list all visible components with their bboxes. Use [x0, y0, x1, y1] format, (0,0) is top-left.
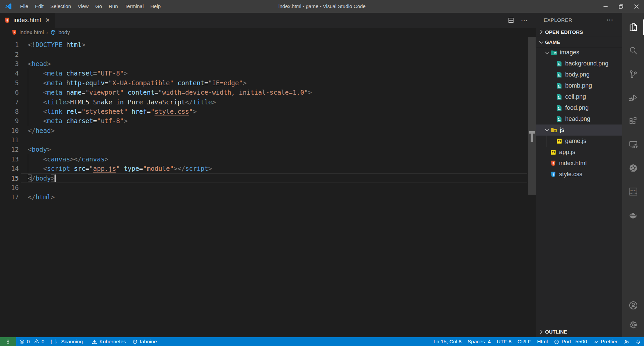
status-item-ln-15-col-8[interactable]: Ln 15, Col 8	[430, 337, 465, 346]
code-line-content: <meta name="viewport" content="width=dev…	[21, 88, 536, 97]
menu-bar: FileEditSelectionViewGoRunTerminalHelp	[17, 0, 164, 13]
activity-bar-bottom	[622, 296, 644, 337]
status-item-crlf[interactable]: CRLF	[515, 337, 534, 346]
chevron-down-icon	[544, 50, 550, 56]
tree-item-images[interactable]: images	[536, 47, 622, 58]
account-icon[interactable]	[622, 296, 644, 315]
text-cursor	[55, 175, 56, 182]
tree-item-app.js[interactable]: JSapp.js	[536, 147, 622, 158]
source-control-icon[interactable]	[622, 62, 644, 86]
docker-icon[interactable]	[622, 203, 644, 227]
editor-group: 5 index.html ✕ ⋯ 5index.html›body 1<!DOC…	[0, 13, 536, 337]
status-item-tabnine[interactable]: tabnine	[129, 337, 160, 346]
code-line[interactable]: 11	[0, 135, 536, 145]
code-line[interactable]: 8 <link rel="stylesheet" href="style.css…	[0, 107, 536, 116]
front-matter-icon[interactable]: FRONTMATTER	[622, 180, 644, 203]
breadcrumb: 5index.html›body	[0, 28, 536, 37]
menu-go[interactable]: Go	[92, 0, 105, 13]
status-item-utf-8[interactable]: UTF-8	[494, 337, 515, 346]
outline-section[interactable]: OUTLINE	[536, 326, 622, 337]
tree-item-bomb.png[interactable]: bomb.png	[536, 80, 622, 91]
menu-view[interactable]: View	[74, 0, 92, 13]
code-line[interactable]: 16	[0, 183, 536, 192]
explorer-sidebar: EXPLORER ⋯ OPEN EDITORS GAME imagesbackg…	[536, 13, 622, 337]
remote-indicator[interactable]	[0, 337, 16, 346]
status-item-bell[interactable]	[632, 337, 644, 346]
status-item-port-5500[interactable]: Port : 5500	[551, 337, 590, 346]
remote-explorer-icon[interactable]	[622, 133, 644, 156]
explorer-icon[interactable]	[622, 15, 644, 39]
tree-item-js[interactable]: JSjs	[536, 125, 622, 136]
scrollbar-slider[interactable]	[528, 37, 536, 195]
code-line[interactable]: 9 <meta charset="utf-8">	[0, 116, 536, 126]
status-item-prettier[interactable]: Prettier	[590, 337, 621, 346]
menu-edit[interactable]: Edit	[32, 0, 47, 13]
code-line[interactable]: 14 <script src="app.js" type="module"></…	[0, 164, 536, 173]
menu-file[interactable]: File	[17, 0, 32, 13]
status-bar-right: Ln 15, Col 8Spaces: 4UTF-8CRLFHtmlPort :…	[430, 337, 644, 346]
problems-item[interactable]: 00	[16, 337, 47, 346]
tree-item-label: images	[560, 49, 579, 56]
code-line[interactable]: 17</html>	[0, 192, 536, 202]
code-editor[interactable]: 1<!DOCTYPE html>23<head>4 <meta charset=…	[0, 37, 536, 337]
tree-item-background.png[interactable]: background.png	[536, 58, 622, 69]
tree-item-label: bomb.png	[565, 82, 592, 89]
status-item-spaces-4[interactable]: Spaces: 4	[465, 337, 494, 346]
open-editors-section[interactable]: OPEN EDITORS	[536, 27, 622, 37]
search-icon[interactable]	[622, 39, 644, 62]
tree-item-body.png[interactable]: body.png	[536, 69, 622, 80]
code-line[interactable]: 12<body>	[0, 145, 536, 154]
breadcrumb-item[interactable]: index.html	[19, 30, 44, 36]
code-line[interactable]: 3<head>	[0, 59, 536, 68]
explorer-more-actions-icon[interactable]: ⋯	[606, 16, 613, 24]
tab-index-html[interactable]: 5 index.html ✕	[0, 13, 55, 28]
tree-item-food.png[interactable]: food.png	[536, 102, 622, 113]
menu-selection[interactable]: Selection	[47, 0, 74, 13]
more-actions-icon[interactable]: ⋯	[521, 16, 528, 24]
js-file-icon: JS	[556, 138, 562, 144]
extensions-icon[interactable]	[622, 109, 644, 133]
tree-item-index.html[interactable]: 5index.html	[536, 158, 622, 169]
editor-scrollbar[interactable]	[528, 37, 536, 337]
image-file-icon	[556, 71, 562, 78]
status-item--scanning-[interactable]: {..} : Scanning..	[47, 337, 89, 346]
indent-guide	[28, 154, 28, 164]
line-number: 9	[0, 117, 21, 125]
menu-help[interactable]: Help	[147, 0, 164, 13]
restore-button[interactable]	[613, 0, 629, 13]
status-item-kubernetes[interactable]: Kubernetes	[89, 337, 129, 346]
code-line-content: <body>	[21, 145, 536, 154]
indent-guide	[28, 78, 28, 88]
menu-run[interactable]: Run	[105, 0, 121, 13]
tree-item-cell.png[interactable]: cell.png	[536, 91, 622, 102]
tree-item-game.js[interactable]: JSgame.js	[536, 136, 622, 147]
code-line[interactable]: 7 <title>HTML5 Snake in Pure JavaScript<…	[0, 97, 536, 106]
settings-icon[interactable]	[622, 315, 644, 335]
minimize-button[interactable]	[598, 0, 613, 13]
game-section[interactable]: GAME	[536, 37, 622, 47]
line-number: 17	[0, 193, 21, 201]
code-line[interactable]: 5 <meta http-equiv="X-UA-Compatible" con…	[0, 78, 536, 88]
tree-item-head.png[interactable]: head.png	[536, 113, 622, 125]
code-line[interactable]: 15</body>	[0, 173, 536, 183]
code-line[interactable]: 2	[0, 49, 536, 59]
close-button[interactable]	[629, 0, 644, 13]
split-editor-icon[interactable]	[508, 17, 514, 23]
code-line[interactable]: 6 <meta name="viewport" content="width=d…	[0, 88, 536, 97]
breadcrumb-item[interactable]: body	[58, 30, 70, 36]
line-number: 15	[0, 175, 21, 182]
menu-terminal[interactable]: Terminal	[121, 0, 147, 13]
code-line[interactable]: 4 <meta charset="UTF-8">	[0, 68, 536, 78]
code-line[interactable]: 1<!DOCTYPE html>	[0, 40, 536, 49]
tree-item-style.css[interactable]: 3style.css	[536, 169, 622, 180]
run-debug-icon[interactable]	[622, 86, 644, 109]
status-item-html[interactable]: Html	[534, 337, 551, 346]
folder-image-icon	[551, 49, 557, 56]
code-line[interactable]: 10</head>	[0, 126, 536, 135]
kubernetes-icon[interactable]	[622, 156, 644, 180]
code-line[interactable]: 13 <canvas></canvas>	[0, 154, 536, 164]
status-item-feedback[interactable]	[621, 337, 632, 346]
tree-item-label: js	[560, 127, 564, 134]
close-tab-icon[interactable]: ✕	[45, 17, 50, 24]
code-line-content: </html>	[21, 192, 536, 202]
